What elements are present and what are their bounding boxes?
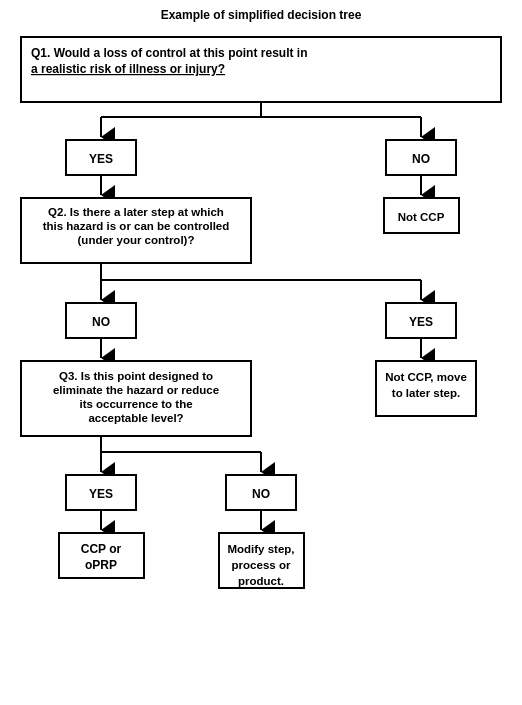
svg-text:its occurrence to the: its occurrence to the — [79, 398, 192, 410]
decision-tree-diagram: Q1. Would a loss of control at this poin… — [11, 32, 511, 705]
page-title: Example of simplified decision tree — [10, 8, 512, 22]
svg-text:product.: product. — [238, 575, 284, 587]
svg-text:a realistic risk of illness or: a realistic risk of illness or injury? — [31, 62, 225, 76]
svg-text:Q3. Is this point designed to: Q3. Is this point designed to — [59, 370, 213, 382]
svg-text:NO: NO — [252, 487, 270, 501]
svg-text:this hazard is or can be contr: this hazard is or can be controlled — [43, 220, 230, 232]
svg-text:NO: NO — [92, 315, 110, 329]
svg-text:YES: YES — [89, 487, 113, 501]
svg-text:oPRP: oPRP — [85, 558, 117, 572]
svg-text:(under your control)?: (under your control)? — [78, 234, 195, 246]
svg-text:NO: NO — [412, 152, 430, 166]
svg-text:process or: process or — [232, 559, 291, 571]
svg-text:Q1. Would a loss of control at: Q1. Would a loss of control at this poin… — [31, 46, 307, 60]
svg-text:to later step.: to later step. — [392, 387, 460, 399]
svg-text:YES: YES — [409, 315, 433, 329]
svg-text:CCP or: CCP or — [81, 542, 122, 556]
svg-text:Not CCP: Not CCP — [398, 211, 445, 223]
svg-text:acceptable level?: acceptable level? — [88, 412, 183, 424]
svg-text:Q2. Is there a later step at w: Q2. Is there a later step at which — [48, 206, 224, 218]
svg-text:Not CCP, move: Not CCP, move — [385, 371, 467, 383]
svg-text:Modify step,: Modify step, — [227, 543, 294, 555]
svg-text:YES: YES — [89, 152, 113, 166]
svg-text:eliminate the hazard or reduce: eliminate the hazard or reduce — [53, 384, 219, 396]
